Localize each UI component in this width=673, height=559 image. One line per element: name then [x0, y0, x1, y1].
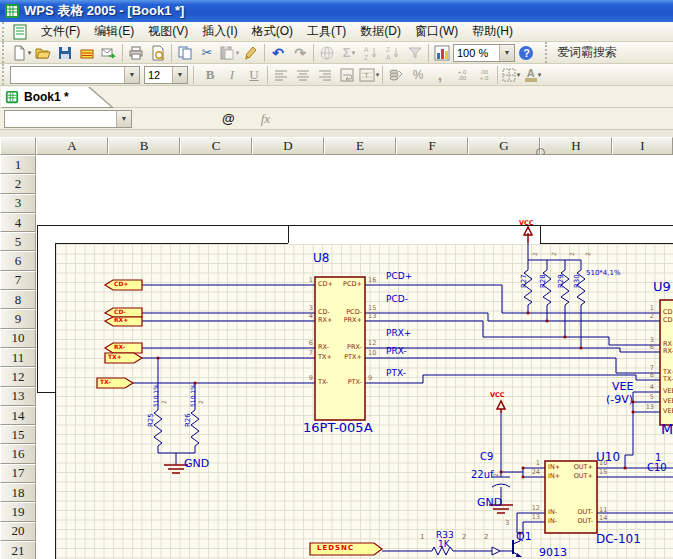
- row-header[interactable]: 15: [0, 425, 36, 444]
- row-header[interactable]: 4: [0, 213, 36, 232]
- row-header[interactable]: 17: [0, 464, 36, 483]
- sheet-tab-book1[interactable]: Book1 *: [1, 87, 111, 107]
- row-header[interactable]: 19: [0, 502, 36, 521]
- row-header[interactable]: 8: [0, 290, 36, 309]
- embedded-schematic-image[interactable]: U8 16PT-005A 1 3 4 6 7 9 16 15 13 12 10 …: [36, 155, 673, 559]
- menu-window[interactable]: 窗口(W): [408, 21, 465, 42]
- align-center-button[interactable]: [292, 65, 314, 85]
- help-button[interactable]: ?: [515, 43, 537, 63]
- paste-button[interactable]: ▾: [218, 43, 240, 63]
- column-header-e[interactable]: E: [324, 137, 396, 155]
- filter-button[interactable]: [404, 43, 426, 63]
- r33-value: 1K: [438, 540, 450, 550]
- menu-format[interactable]: 格式(O): [245, 21, 300, 42]
- row-header[interactable]: 14: [0, 406, 36, 425]
- row-header[interactable]: 13: [0, 387, 36, 406]
- increase-decimal-button[interactable]: +.0.00: [451, 65, 473, 85]
- new-button[interactable]: ▾: [10, 43, 32, 63]
- open-button[interactable]: [32, 43, 54, 63]
- menu-insert[interactable]: 插入(I): [195, 21, 244, 42]
- port-label: RX+: [114, 317, 128, 324]
- font-name-select[interactable]: ▼: [10, 66, 140, 84]
- align-right-button[interactable]: [314, 65, 336, 85]
- menu-view[interactable]: 视图(V): [141, 21, 195, 42]
- autosum-button[interactable]: Σ▾: [338, 43, 360, 63]
- row-header[interactable]: 11: [0, 348, 36, 367]
- save-button[interactable]: [54, 43, 76, 63]
- row-header[interactable]: 12: [0, 367, 36, 386]
- iciba-search-label[interactable]: 爱词霸搜索: [557, 44, 617, 61]
- column-header-b[interactable]: B: [108, 137, 180, 155]
- comma-style-button[interactable]: ,: [429, 65, 451, 85]
- print-preview-button[interactable]: [147, 43, 169, 63]
- row-header[interactable]: 18: [0, 483, 36, 502]
- column-header-d[interactable]: D: [252, 137, 324, 155]
- row-header[interactable]: 2: [0, 174, 36, 193]
- cut-button[interactable]: ✂: [196, 43, 218, 63]
- pin-number: 2: [198, 400, 205, 404]
- row-header[interactable]: 10: [0, 329, 36, 348]
- wrap-text-button[interactable]: [336, 65, 358, 85]
- column-header-h[interactable]: H: [540, 137, 612, 155]
- menu-tools[interactable]: 工具(T): [300, 21, 353, 42]
- underline-button[interactable]: U: [243, 65, 265, 85]
- pin-name: OUT-: [573, 518, 593, 525]
- row-header[interactable]: 5: [0, 232, 36, 251]
- at-function-button[interactable]: @: [222, 111, 235, 126]
- undo-button[interactable]: ↶: [267, 43, 289, 63]
- export-button[interactable]: [76, 43, 98, 63]
- pin-number: 3: [505, 520, 509, 528]
- mail-button[interactable]: [98, 43, 120, 63]
- row-header[interactable]: 7: [0, 271, 36, 290]
- row-header[interactable]: 21: [0, 541, 36, 559]
- menu-data[interactable]: 数据(D): [353, 21, 408, 42]
- toolbar-grip[interactable]: [545, 42, 551, 63]
- row-header[interactable]: 6: [0, 251, 36, 270]
- format-painter-button[interactable]: [240, 43, 262, 63]
- print-button[interactable]: [125, 43, 147, 63]
- menu-help[interactable]: 帮助(H): [465, 21, 520, 42]
- pin-number: 9: [303, 375, 313, 382]
- toolbar-grip[interactable]: [2, 22, 8, 41]
- toolbar-grip[interactable]: [2, 42, 8, 63]
- port-label: CD+: [114, 281, 128, 288]
- select-all-corner[interactable]: [0, 137, 36, 155]
- name-box[interactable]: ▼: [4, 110, 132, 128]
- currency-button[interactable]: [385, 65, 407, 85]
- sort-descending-button[interactable]: ZA: [382, 43, 404, 63]
- bold-button[interactable]: B: [199, 65, 221, 85]
- fx-insert-function-button[interactable]: fx: [261, 111, 270, 127]
- document-menu-icon[interactable]: [12, 24, 28, 40]
- italic-label: I: [230, 67, 234, 83]
- row-header[interactable]: 9: [0, 309, 36, 328]
- menu-file[interactable]: 文件(F): [34, 21, 87, 42]
- row-header[interactable]: 16: [0, 444, 36, 463]
- sort-ascending-button[interactable]: AZ: [360, 43, 382, 63]
- align-left-button[interactable]: [270, 65, 292, 85]
- column-header-i[interactable]: I: [612, 137, 673, 155]
- font-size-select[interactable]: 12▼: [144, 66, 188, 84]
- borders-button[interactable]: ▾: [500, 65, 522, 85]
- pin-name: PRX+: [340, 317, 362, 324]
- column-header-c[interactable]: C: [180, 137, 252, 155]
- hyperlink-button[interactable]: [316, 43, 338, 63]
- zoom-select[interactable]: 100 %▼: [453, 44, 515, 62]
- percent-button[interactable]: %: [407, 65, 429, 85]
- row-header[interactable]: 3: [0, 194, 36, 213]
- font-color-button[interactable]: A▾: [522, 65, 544, 85]
- column-header-a[interactable]: A: [36, 137, 108, 155]
- toolbar-grip[interactable]: [2, 64, 8, 85]
- menu-edit[interactable]: 编辑(E): [87, 21, 141, 42]
- chart-button[interactable]: [431, 43, 453, 63]
- row-header[interactable]: 1: [0, 155, 36, 174]
- italic-button[interactable]: I: [221, 65, 243, 85]
- decrease-decimal-button[interactable]: .00+.0: [473, 65, 495, 85]
- title-bar[interactable]: WPS 表格 2005 - [Book1 *]: [0, 0, 673, 22]
- pin-name: VEE: [663, 388, 673, 395]
- merge-center-button[interactable]: T▾: [358, 65, 380, 85]
- column-header-g[interactable]: G: [468, 137, 540, 155]
- column-header-f[interactable]: F: [396, 137, 468, 155]
- redo-button[interactable]: ↷: [289, 43, 311, 63]
- copy-button[interactable]: [174, 43, 196, 63]
- row-header[interactable]: 20: [0, 522, 36, 541]
